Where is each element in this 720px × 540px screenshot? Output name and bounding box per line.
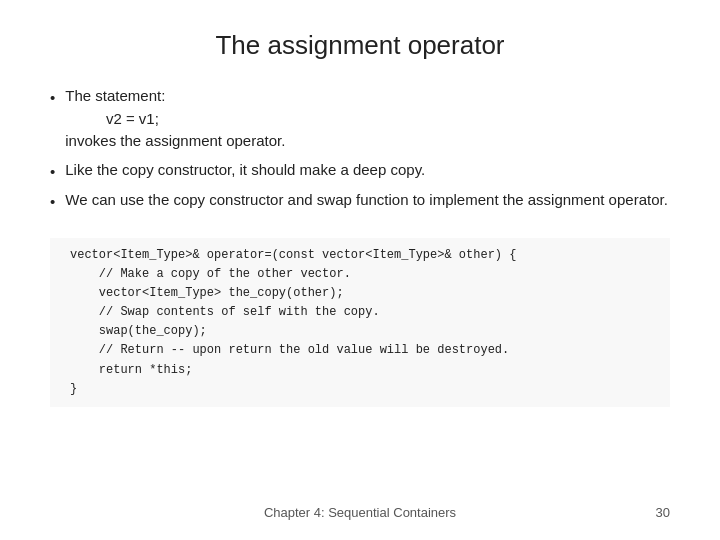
bullet-dot: • xyxy=(50,161,55,184)
bullet-list: • The statement: v2 = v1; invokes the as… xyxy=(50,85,670,220)
bullet-2-text: Like the copy constructor, it should mak… xyxy=(65,159,670,182)
list-item: • Like the copy constructor, it should m… xyxy=(50,159,670,184)
bullet-text: The statement: v2 = v1; invokes the assi… xyxy=(65,85,670,153)
bullet-dot: • xyxy=(50,87,55,110)
bullet-3-text: We can use the copy constructor and swap… xyxy=(65,189,670,212)
bullet-dot: • xyxy=(50,191,55,214)
code-block: vector<Item_Type>& operator=(const vecto… xyxy=(50,238,670,408)
bullet-1-indent: v2 = v1; xyxy=(89,110,159,127)
bullet-1-text: The statement: xyxy=(65,87,165,104)
slide-footer: Chapter 4: Sequential Containers 30 xyxy=(50,495,670,520)
footer-page: 30 xyxy=(656,505,670,520)
slide-content: • The statement: v2 = v1; invokes the as… xyxy=(50,85,670,495)
list-item: • The statement: v2 = v1; invokes the as… xyxy=(50,85,670,153)
slide-title: The assignment operator xyxy=(50,30,670,61)
bullet-1-continuation: invokes the assignment operator. xyxy=(65,132,285,149)
slide: The assignment operator • The statement:… xyxy=(0,0,720,540)
footer-chapter: Chapter 4: Sequential Containers xyxy=(264,505,456,520)
list-item: • We can use the copy constructor and sw… xyxy=(50,189,670,214)
